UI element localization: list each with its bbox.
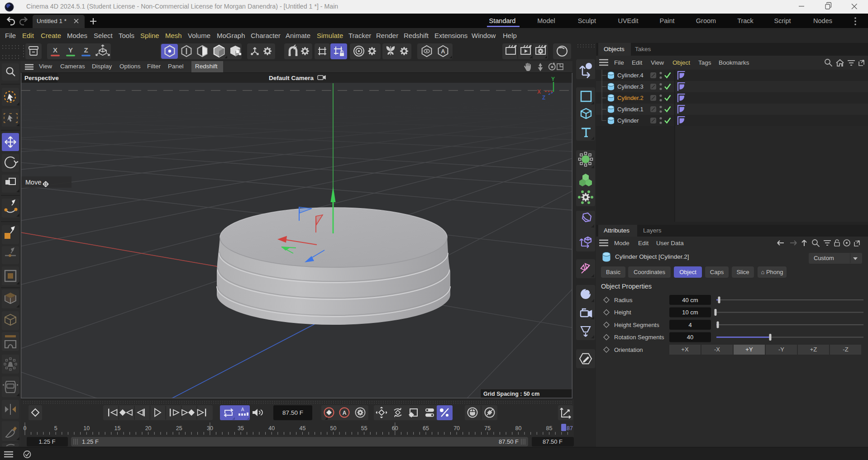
svg-text:87: 87 xyxy=(567,425,573,432)
svg-text:50: 50 xyxy=(330,425,337,432)
svg-text:87.50 F: 87.50 F xyxy=(282,409,303,416)
svg-text:80: 80 xyxy=(515,425,521,432)
svg-text:Cylinder.3: Cylinder.3 xyxy=(617,83,644,90)
svg-text:Orientation: Orientation xyxy=(614,346,643,353)
svg-text:X: X xyxy=(537,89,541,95)
svg-text:X: X xyxy=(53,46,57,54)
svg-text:40 cm: 40 cm xyxy=(682,297,698,304)
svg-text:Cylinder.1: Cylinder.1 xyxy=(617,106,644,113)
svg-text:40: 40 xyxy=(687,334,693,341)
svg-text:Default Camera: Default Camera xyxy=(269,75,314,81)
svg-text:1.25 F: 1.25 F xyxy=(82,438,99,445)
svg-text:10: 10 xyxy=(83,425,90,432)
svg-text:A: A xyxy=(441,48,445,55)
svg-text:Z: Z xyxy=(84,46,88,54)
svg-text:Y: Y xyxy=(551,76,555,82)
svg-text:A: A xyxy=(241,407,244,412)
svg-text:85: 85 xyxy=(546,425,553,432)
svg-text:Height: Height xyxy=(614,309,631,316)
svg-text:Y: Y xyxy=(68,46,73,54)
svg-text:A: A xyxy=(343,410,347,416)
svg-text:Grid Spacing : 50 cm: Grid Spacing : 50 cm xyxy=(483,391,539,397)
svg-text:10 cm: 10 cm xyxy=(682,309,698,316)
svg-text:75: 75 xyxy=(484,425,491,432)
svg-text:25: 25 xyxy=(176,425,182,432)
svg-text:65: 65 xyxy=(423,425,429,432)
svg-text:Rotation Segments: Rotation Segments xyxy=(614,334,664,341)
svg-text:Move: Move xyxy=(25,179,41,186)
svg-text:5: 5 xyxy=(54,425,57,432)
svg-text:40: 40 xyxy=(268,425,275,432)
svg-text:Cylinder.4: Cylinder.4 xyxy=(617,72,644,79)
svg-text:15: 15 xyxy=(114,425,121,432)
svg-text:Cylinder.2: Cylinder.2 xyxy=(617,95,644,101)
svg-text:87.50 F: 87.50 F xyxy=(543,438,563,445)
svg-text:4: 4 xyxy=(688,322,692,328)
svg-text:35: 35 xyxy=(238,425,244,432)
svg-text:87.50 F: 87.50 F xyxy=(499,438,519,445)
svg-text:70: 70 xyxy=(453,425,460,432)
svg-text:1.25 F: 1.25 F xyxy=(39,438,56,445)
svg-text:Radius: Radius xyxy=(614,297,633,304)
svg-text:Cylinder: Cylinder xyxy=(617,117,639,124)
svg-text:55: 55 xyxy=(361,425,367,432)
svg-text:Perspective: Perspective xyxy=(24,75,59,81)
svg-text:20: 20 xyxy=(145,425,152,432)
svg-text:45: 45 xyxy=(299,425,305,432)
svg-text:Height Segments: Height Segments xyxy=(614,322,659,328)
svg-text:Z: Z xyxy=(542,95,545,101)
